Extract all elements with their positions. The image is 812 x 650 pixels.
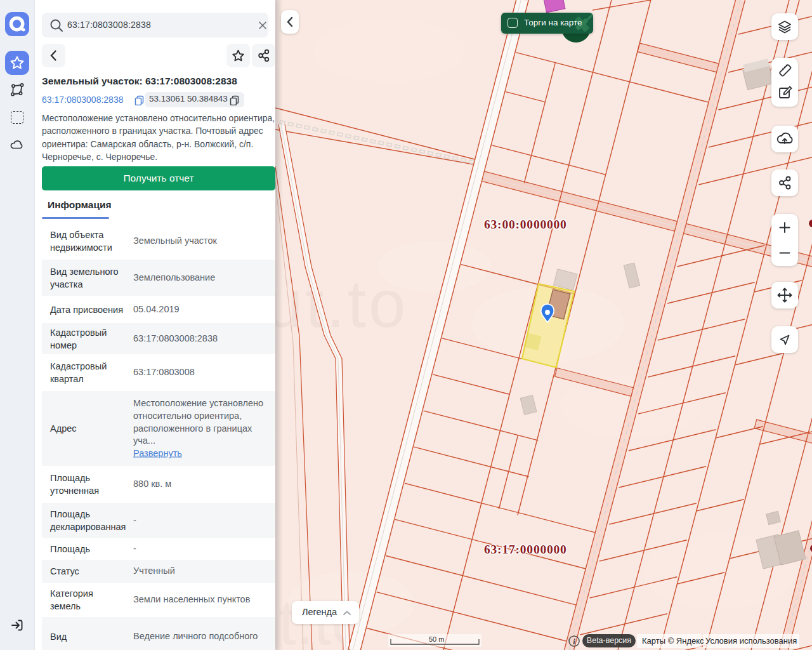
svg-text:ut.to: ut.to: [275, 267, 408, 341]
svg-text:63:17:0000000: 63:17:0000000: [484, 543, 567, 556]
svg-text:63:00:0000000: 63:00:0000000: [484, 218, 567, 231]
svg-text:50 m: 50 m: [429, 635, 444, 643]
